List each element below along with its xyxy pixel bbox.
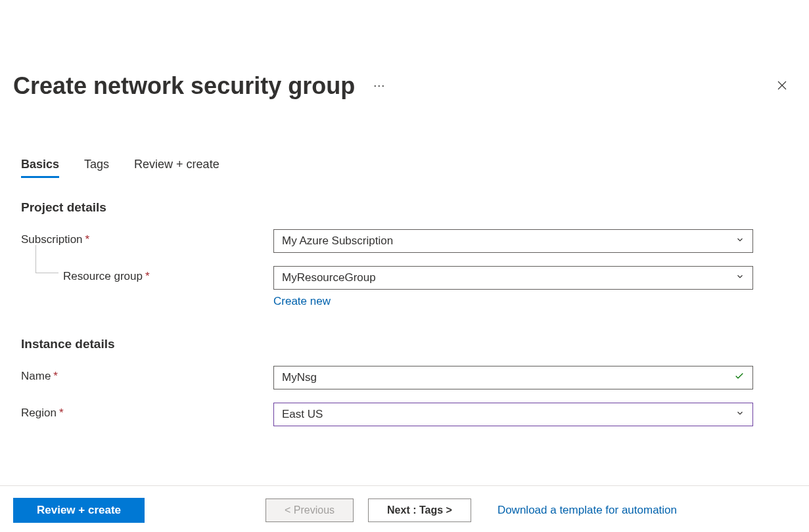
close-icon bbox=[776, 83, 788, 93]
tab-basics[interactable]: Basics bbox=[21, 158, 59, 178]
label-name: Name* bbox=[21, 366, 273, 383]
next-button[interactable]: Next : Tags > bbox=[368, 499, 471, 522]
chevron-down-icon bbox=[735, 408, 745, 421]
checkmark-icon bbox=[734, 371, 745, 385]
label-region: Region* bbox=[21, 403, 273, 420]
page-title: Create network security group bbox=[13, 72, 355, 100]
chevron-down-icon bbox=[735, 234, 745, 248]
review-create-button[interactable]: Review + create bbox=[13, 498, 145, 523]
region-select[interactable]: East US bbox=[273, 403, 753, 426]
download-template-link[interactable]: Download a template for automation bbox=[497, 504, 677, 517]
tab-review-create[interactable]: Review + create bbox=[134, 158, 220, 178]
row-resource-group: Resource group* MyResourceGroup Create n… bbox=[13, 266, 796, 308]
label-subscription: Subscription* bbox=[21, 229, 273, 246]
chevron-down-icon bbox=[735, 271, 745, 284]
row-name: Name* MyNsg bbox=[13, 366, 796, 389]
close-button[interactable] bbox=[772, 76, 792, 97]
subscription-select[interactable]: My Azure Subscription bbox=[273, 229, 753, 253]
required-icon: * bbox=[85, 233, 90, 246]
tab-tags[interactable]: Tags bbox=[84, 158, 109, 178]
row-subscription: Subscription* My Azure Subscription bbox=[13, 229, 796, 253]
row-region: Region* East US bbox=[13, 403, 796, 426]
section-project-details: Project details bbox=[13, 200, 796, 215]
create-new-link[interactable]: Create new bbox=[273, 295, 331, 308]
previous-button: < Previous bbox=[266, 499, 354, 522]
section-instance-details: Instance details bbox=[13, 337, 796, 351]
tabs: Basics Tags Review + create bbox=[13, 158, 796, 178]
name-input[interactable]: MyNsg bbox=[273, 366, 753, 389]
footer: Review + create < Previous Next : Tags >… bbox=[0, 485, 809, 532]
page-header: Create network security group ··· bbox=[13, 0, 796, 100]
more-icon[interactable]: ··· bbox=[373, 79, 385, 94]
resource-group-select[interactable]: MyResourceGroup bbox=[273, 266, 753, 290]
label-resource-group: Resource group* bbox=[21, 266, 273, 283]
required-icon: * bbox=[53, 370, 58, 383]
required-icon: * bbox=[59, 407, 64, 420]
required-icon: * bbox=[145, 270, 150, 283]
